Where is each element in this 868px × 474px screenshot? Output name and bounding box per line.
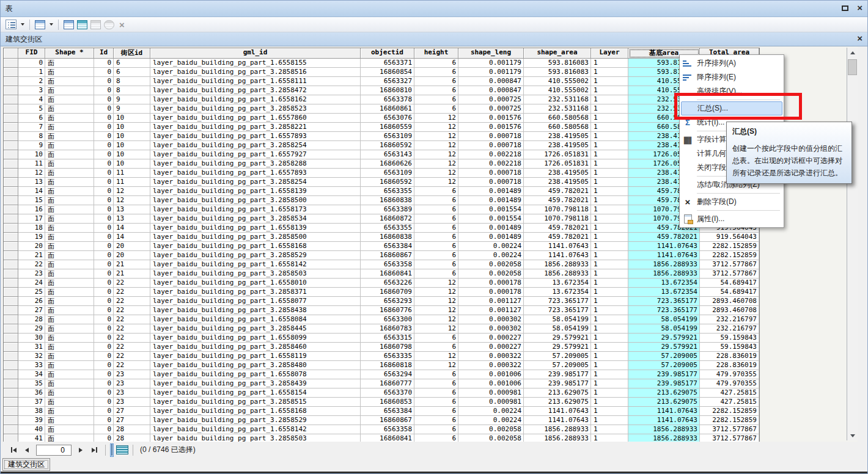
- cell-height[interactable]: 12: [414, 352, 458, 361]
- row-selector[interactable]: [4, 388, 18, 398]
- cell-layer[interactable]: 1: [591, 242, 628, 251]
- cell-shape_area[interactable]: 1856.288933: [524, 425, 591, 434]
- row-selector[interactable]: [4, 370, 18, 379]
- cell-gml_id[interactable]: layer_baidu_building_pg_part_1.6558142: [150, 260, 361, 269]
- cell-id[interactable]: 0: [94, 169, 114, 178]
- cell-layer[interactable]: 1: [591, 352, 628, 361]
- cell-base_area[interactable]: 1856.288933: [628, 260, 700, 269]
- first-record-button[interactable]: [7, 445, 20, 456]
- cell-gml_id[interactable]: layer_baidu_building_pg_part_3.2858516: [150, 68, 361, 77]
- cell-shape_area[interactable]: 29.579921: [524, 343, 591, 352]
- cell-shape_leng[interactable]: 0.000227: [458, 343, 524, 352]
- cell-fid[interactable]: 20: [18, 242, 45, 251]
- cell-total_area[interactable]: 479.970355: [700, 370, 759, 379]
- cell-height[interactable]: 6: [414, 379, 458, 388]
- cell-objectid[interactable]: 6563109: [361, 169, 414, 178]
- cell-objectid[interactable]: 6563300: [361, 315, 414, 324]
- cell-block_id[interactable]: 6: [114, 68, 150, 77]
- cell-total_area[interactable]: 59.159843: [700, 343, 759, 352]
- cell-block_id[interactable]: 8: [114, 86, 150, 95]
- cell-gml_id[interactable]: layer_baidu_building_pg_part_3.2858254: [150, 141, 361, 150]
- cell-shape_area[interactable]: 459.782021: [524, 187, 591, 196]
- cell-fid[interactable]: 22: [18, 260, 45, 269]
- cell-layer[interactable]: 1: [591, 123, 628, 132]
- cell-layer[interactable]: 1: [591, 361, 628, 370]
- cell-layer[interactable]: 1: [591, 77, 628, 86]
- cell-gml_id[interactable]: layer_baidu_building_pg_part_3.2858472: [150, 86, 361, 95]
- cell-shape_area[interactable]: 1070.798118: [524, 214, 591, 224]
- cell-shape_leng[interactable]: 0.001489: [458, 187, 524, 196]
- cell-height[interactable]: 6: [414, 416, 458, 425]
- cell-objectid[interactable]: 16860841: [361, 269, 414, 279]
- cell-total_area[interactable]: 3712.577867: [700, 269, 759, 279]
- cell-block_id[interactable]: 22: [114, 288, 150, 297]
- cell-layer[interactable]: 1: [591, 86, 628, 95]
- cell-base_area[interactable]: 723.365177: [628, 297, 700, 306]
- cell-shape_area[interactable]: 1141.07643: [524, 242, 591, 251]
- cell-height[interactable]: 6: [414, 86, 458, 95]
- cell-shape_leng[interactable]: 0.001127: [458, 306, 524, 315]
- cell-fid[interactable]: 40: [18, 425, 45, 434]
- cell-block_id[interactable]: 12: [114, 187, 150, 196]
- cell-base_area[interactable]: 1856.288933: [628, 425, 700, 434]
- row-selector[interactable]: [4, 86, 18, 95]
- cell-total_area[interactable]: 479.970355: [700, 379, 759, 388]
- cell-block_id[interactable]: 10: [114, 141, 150, 150]
- cell-gml_id[interactable]: layer_baidu_building_pg_part_3.2858515: [150, 398, 361, 407]
- cell-shape_leng[interactable]: 0.000981: [458, 388, 524, 398]
- cell-fid[interactable]: 37: [18, 398, 45, 407]
- cell-shape_area[interactable]: 1141.07643: [524, 407, 591, 416]
- cell-objectid[interactable]: 6563355: [361, 187, 414, 196]
- cell-shape[interactable]: 面: [45, 279, 94, 288]
- cell-base_area[interactable]: 1141.07643: [628, 407, 700, 416]
- cell-objectid[interactable]: 16860838: [361, 196, 414, 205]
- row-selector[interactable]: [4, 104, 18, 114]
- cell-shape_leng[interactable]: 0.002218: [458, 159, 524, 169]
- cell-shape_leng[interactable]: 0.000322: [458, 361, 524, 370]
- cell-height[interactable]: 12: [414, 315, 458, 324]
- cell-shape[interactable]: 面: [45, 352, 94, 361]
- cell-layer[interactable]: 1: [591, 324, 628, 334]
- cell-layer[interactable]: 1: [591, 260, 628, 269]
- cell-block_id[interactable]: 23: [114, 388, 150, 398]
- cell-total_area[interactable]: 2282.152859: [700, 242, 759, 251]
- menu-item[interactable]: 属性(I)...: [680, 212, 784, 226]
- cell-block_id[interactable]: 22: [114, 334, 150, 343]
- cell-gml_id[interactable]: layer_baidu_building_pg_part_1.6558111: [150, 77, 361, 86]
- cell-total_area[interactable]: 3712.577867: [700, 260, 759, 269]
- cell-shape_area[interactable]: 57.209005: [524, 352, 591, 361]
- cell-base_area[interactable]: 1141.07643: [628, 416, 700, 425]
- cell-total_area[interactable]: 54.689417: [700, 288, 759, 297]
- cell-shape_area[interactable]: 238.419505: [524, 141, 591, 150]
- cell-height[interactable]: 12: [414, 288, 458, 297]
- row-selector[interactable]: [4, 352, 18, 361]
- cell-block_id[interactable]: 28: [114, 434, 150, 442]
- cell-fid[interactable]: 10: [18, 150, 45, 159]
- cell-layer[interactable]: 1: [591, 388, 628, 398]
- cell-objectid[interactable]: 6563384: [361, 242, 414, 251]
- column-header-fid[interactable]: FID: [18, 48, 45, 59]
- cell-shape[interactable]: 面: [45, 178, 94, 187]
- row-selector[interactable]: [4, 361, 18, 370]
- cell-shape_leng[interactable]: 0.002058: [458, 425, 524, 434]
- cell-base_area[interactable]: 29.579921: [628, 334, 700, 343]
- cell-id[interactable]: 0: [94, 352, 114, 361]
- next-record-button[interactable]: [74, 445, 87, 456]
- cell-fid[interactable]: 26: [18, 297, 45, 306]
- cell-gml_id[interactable]: layer_baidu_building_pg_part_3.2858529: [150, 251, 361, 260]
- cell-fid[interactable]: 41: [18, 434, 45, 442]
- cell-gml_id[interactable]: layer_baidu_building_pg_part_1.6558162: [150, 95, 361, 104]
- cell-id[interactable]: 0: [94, 297, 114, 306]
- cell-shape[interactable]: 面: [45, 315, 94, 324]
- vertical-scrollbar[interactable]: [847, 48, 858, 440]
- cell-gml_id[interactable]: layer_baidu_building_pg_part_3.2858371: [150, 288, 361, 297]
- cell-objectid[interactable]: 6563076: [361, 114, 414, 123]
- cell-shape[interactable]: 面: [45, 150, 94, 159]
- cell-block_id[interactable]: 22: [114, 352, 150, 361]
- row-selector[interactable]: [4, 59, 18, 68]
- cell-total_area[interactable]: 2282.152859: [700, 416, 759, 425]
- cell-objectid[interactable]: 6563358: [361, 425, 414, 434]
- cell-gml_id[interactable]: layer_baidu_building_pg_part_1.6558078: [150, 370, 361, 379]
- cell-fid[interactable]: 33: [18, 361, 45, 370]
- cell-objectid[interactable]: 16860592: [361, 141, 414, 150]
